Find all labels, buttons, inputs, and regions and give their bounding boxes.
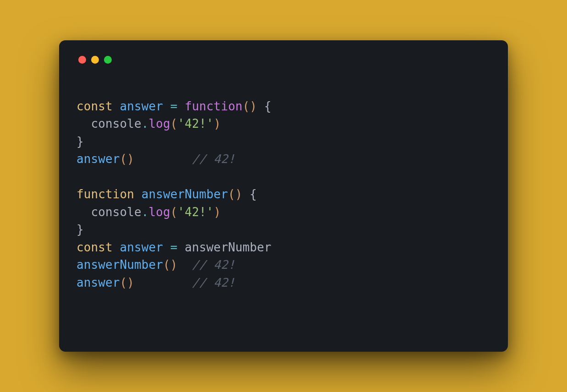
code-line: function answerNumber() { [76, 185, 491, 203]
code-token: () [242, 99, 257, 113]
code-token: answer [120, 240, 164, 254]
code-token: } [76, 223, 84, 236]
code-token: function [185, 99, 242, 113]
window-titlebar [76, 54, 491, 64]
code-token [163, 99, 170, 113]
code-token [76, 205, 91, 219]
code-token: answer [76, 276, 120, 289]
code-token: answerNumber [185, 240, 271, 254]
code-token: const [76, 240, 120, 254]
code-token: answerNumber [142, 187, 228, 201]
code-token: () [228, 187, 243, 201]
code-token: console [91, 205, 142, 219]
code-token [178, 258, 192, 272]
code-token: . [142, 117, 149, 131]
code-line: answer() // 42! [76, 274, 491, 291]
code-token: '42!' [178, 117, 214, 131]
code-line: answerNumber() // 42! [76, 256, 491, 273]
code-token: () [163, 258, 178, 272]
code-token [257, 99, 264, 113]
code-token: const [76, 99, 120, 113]
code-editor[interactable]: const answer = function() { console.log(… [76, 98, 491, 291]
code-line: } [76, 133, 491, 150]
code-token: () [120, 152, 135, 166]
code-token: ) [213, 117, 221, 131]
code-token: log [149, 117, 170, 131]
code-line: const answer = answerNumber [76, 239, 491, 256]
code-token [76, 170, 84, 184]
code-token [178, 240, 185, 254]
code-window: const answer = function() { console.log(… [59, 40, 508, 352]
code-token [76, 117, 91, 131]
code-token: answer [120, 99, 164, 113]
code-token [163, 240, 170, 254]
code-token: answerNumber [76, 258, 163, 272]
code-token: . [142, 205, 149, 219]
code-token: { [250, 187, 257, 201]
code-token [178, 99, 185, 113]
code-line: answer() // 42! [76, 150, 491, 168]
minimize-icon[interactable] [91, 56, 99, 64]
code-line: const answer = function() { [76, 98, 491, 115]
code-token: log [149, 205, 170, 219]
code-token: = [170, 240, 178, 254]
code-token: // 42! [192, 152, 235, 166]
code-token: ( [170, 205, 178, 219]
code-token: console [91, 117, 142, 131]
close-icon[interactable] [78, 56, 86, 64]
code-token [242, 187, 250, 201]
code-token: answer [76, 152, 120, 166]
code-token: '42!' [178, 205, 214, 219]
code-token [134, 276, 192, 289]
code-token: { [264, 99, 272, 113]
code-token: ( [170, 117, 178, 131]
code-line [76, 168, 491, 185]
code-line: console.log('42!') [76, 115, 491, 132]
code-token: () [120, 276, 135, 289]
code-line: console.log('42!') [76, 203, 491, 221]
zoom-icon[interactable] [104, 56, 112, 64]
code-line: } [76, 221, 491, 238]
code-token: function [76, 187, 142, 201]
code-token: = [170, 99, 178, 113]
code-token [134, 152, 192, 166]
code-token: } [76, 135, 84, 148]
code-token: // 42! [192, 258, 235, 272]
code-token: ) [213, 205, 221, 219]
code-token: // 42! [192, 276, 235, 289]
